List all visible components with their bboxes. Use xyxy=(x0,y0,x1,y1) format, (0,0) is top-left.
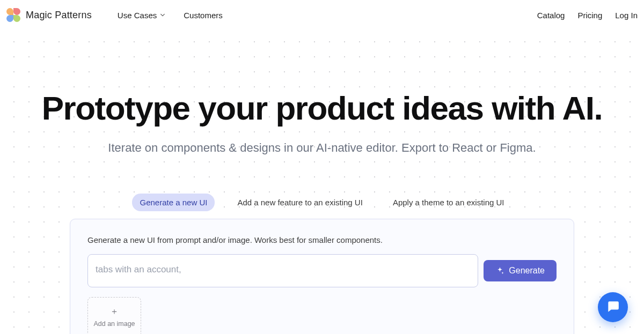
prompt-panel: Generate a new UI from prompt and/or ima… xyxy=(70,219,574,334)
mode-tabs: Generate a new UI Add a new feature to a… xyxy=(0,194,644,211)
hero-title: Prototype your product ideas with AI. xyxy=(0,89,644,127)
brand[interactable]: Magic Patterns xyxy=(6,8,92,22)
tab-generate-new-ui[interactable]: Generate a new UI xyxy=(132,194,215,211)
top-nav: Magic Patterns Use Cases Customers Catal… xyxy=(0,0,644,30)
nav-right: Catalog Pricing Log In xyxy=(537,11,638,20)
plus-icon: ＋ xyxy=(110,306,119,317)
hero: Prototype your product ideas with AI. It… xyxy=(0,30,644,334)
nav-customers[interactable]: Customers xyxy=(184,11,223,20)
nav-use-cases[interactable]: Use Cases xyxy=(118,11,165,20)
sparkle-icon xyxy=(495,266,504,276)
logo-icon xyxy=(6,8,20,22)
generate-button[interactable]: Generate xyxy=(484,260,557,281)
prompt-input[interactable] xyxy=(87,254,478,287)
tab-apply-theme[interactable]: Apply a theme to an existing UI xyxy=(385,194,512,211)
nav-login[interactable]: Log In xyxy=(615,11,638,20)
chat-icon xyxy=(606,299,620,315)
nav-pricing[interactable]: Pricing xyxy=(577,11,602,20)
nav-left: Use Cases Customers xyxy=(118,11,223,20)
nav-catalog[interactable]: Catalog xyxy=(537,11,565,20)
chevron-down-icon xyxy=(160,12,165,18)
add-image-button[interactable]: ＋ Add an image xyxy=(87,297,141,334)
hero-subtitle: Iterate on components & designs in our A… xyxy=(0,141,644,155)
add-image-label: Add an image xyxy=(93,320,135,328)
chat-fab[interactable] xyxy=(598,292,628,322)
tab-add-feature[interactable]: Add a new feature to an existing UI xyxy=(230,194,370,211)
prompt-row: Generate xyxy=(87,254,557,287)
panel-description: Generate a new UI from prompt and/or ima… xyxy=(87,235,557,244)
generate-button-label: Generate xyxy=(509,266,545,276)
brand-name: Magic Patterns xyxy=(26,10,92,21)
nav-customers-label: Customers xyxy=(184,11,223,20)
nav-use-cases-label: Use Cases xyxy=(118,11,157,20)
